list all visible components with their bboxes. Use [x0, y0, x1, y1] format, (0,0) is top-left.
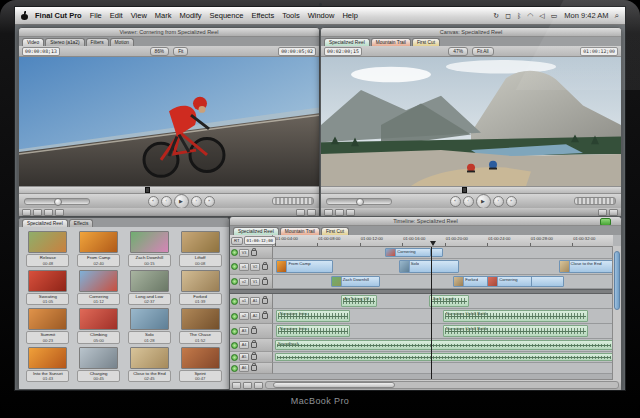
- sync-icon[interactable]: ↻: [493, 12, 499, 20]
- track-enable-toggle[interactable]: [231, 278, 238, 285]
- track-lock-icon[interactable]: [251, 342, 257, 348]
- track-lock-icon[interactable]: [251, 354, 257, 360]
- canvas-tab-first-cut[interactable]: First Cut: [412, 38, 440, 46]
- timeline-tab-first-cut[interactable]: First Cut: [321, 227, 349, 235]
- viewer-match-frame-button[interactable]: [44, 209, 53, 216]
- viewer-view-popup[interactable]: Fit: [173, 47, 188, 56]
- menu-mark[interactable]: Mark: [155, 11, 172, 20]
- track-lane-a3[interactable]: Narration: IntroNarration: Uphill Battle: [273, 324, 613, 339]
- timeline-video-clip[interactable]: From Camp: [276, 260, 332, 273]
- viewer-play-button[interactable]: ▶: [174, 194, 189, 209]
- canvas-tab-specialized-reel[interactable]: Specialized Reel: [324, 38, 370, 46]
- clip-thumbnail[interactable]: [130, 347, 169, 369]
- spotlight-icon[interactable]: ⌕: [615, 11, 619, 21]
- timeline-audio-clip[interactable]: Narration: Intro: [276, 310, 349, 322]
- menu-file[interactable]: File: [90, 11, 102, 20]
- canvas-insert-button[interactable]: [598, 209, 607, 216]
- apple-menu-icon[interactable]: [21, 12, 28, 20]
- menu-effects[interactable]: Effects: [251, 11, 274, 20]
- track-enable-toggle[interactable]: [231, 249, 238, 256]
- viewer-zoom-popup[interactable]: 86%: [150, 47, 170, 56]
- timeline-current-timecode[interactable]: 01:00:12;00: [244, 236, 277, 245]
- browser-clip-item[interactable]: The Chase01:52: [176, 308, 224, 344]
- timeline-video-clip[interactable]: Solo: [399, 260, 459, 273]
- browser-clip-item[interactable]: Summit00:23: [24, 308, 72, 344]
- viewer-tab-video[interactable]: Video: [22, 38, 44, 46]
- canvas-titlebar[interactable]: Canvas: Specialized Reel: [321, 28, 621, 37]
- timeline-audio-clip[interactable]: Narration: Intro: [276, 325, 349, 337]
- canvas-shuttle-control[interactable]: [326, 198, 392, 205]
- clip-thumbnail[interactable]: [181, 347, 220, 369]
- menu-modify[interactable]: Modify: [180, 11, 202, 20]
- viewer-shuttle-control[interactable]: [24, 198, 90, 205]
- track-label-v1[interactable]: V1: [250, 278, 260, 286]
- browser-clip-item[interactable]: Solo01:28: [126, 308, 174, 344]
- viewer-scrub-bar[interactable]: [19, 186, 319, 194]
- timeline-zoom-control[interactable]: [254, 382, 263, 389]
- timeline-vertical-scrollbar[interactable]: [612, 246, 621, 380]
- track-enable-toggle[interactable]: [231, 354, 238, 361]
- timeline-audio-clip[interactable]: [275, 353, 613, 361]
- track-label-v3[interactable]: V3: [239, 249, 249, 257]
- timeline-video-clip[interactable]: Cornering: [385, 248, 431, 257]
- viewer-previous-edit-button[interactable]: «: [148, 196, 159, 207]
- track-lane-a5[interactable]: [273, 352, 613, 363]
- timeline-audio-clip[interactable]: Air Taking Off: [341, 295, 377, 307]
- clip-thumbnail[interactable]: [28, 231, 67, 253]
- track-enable-toggle[interactable]: [231, 328, 238, 335]
- rt-popup[interactable]: RT: [231, 237, 243, 245]
- track-enable-toggle[interactable]: [231, 263, 238, 270]
- clip-thumbnail[interactable]: [130, 308, 169, 330]
- clip-thumbnail[interactable]: [79, 231, 118, 253]
- track-enable-toggle[interactable]: [231, 298, 238, 305]
- menu-window[interactable]: Window: [308, 11, 335, 20]
- clip-thumbnail[interactable]: [79, 308, 118, 330]
- browser-clip-item[interactable]: Liftoff00:08: [176, 231, 224, 267]
- timeline-video-clip[interactable]: Zach Downhill: [331, 276, 381, 287]
- viewer-tab-stereo-a1a2-[interactable]: Stereo (a1a2): [45, 38, 84, 46]
- canvas-match-frame-button[interactable]: [346, 209, 355, 216]
- browser-clip-item[interactable]: Into the Sunset01:43: [24, 347, 72, 383]
- timeline-tab-specialized-reel[interactable]: Specialized Reel: [233, 227, 279, 235]
- viewer-play-in-to-out-button[interactable]: ‹: [161, 196, 172, 207]
- track-lock-icon[interactable]: [262, 298, 268, 304]
- track-lane-a4[interactable]: Soundtrack: [273, 339, 613, 352]
- canvas-keyframe-button[interactable]: [335, 209, 344, 216]
- track-lock-icon[interactable]: [262, 264, 268, 270]
- menu-edit[interactable]: Edit: [110, 11, 123, 20]
- track-lane-v1[interactable]: Zach DownhillForkedCornering: [273, 275, 613, 289]
- ichat-icon[interactable]: ◻: [505, 12, 511, 20]
- timeline-ruler[interactable]: RT 01:00:12;00 01:00:04:0001:00:08:0001:…: [230, 235, 613, 247]
- browser-tab-effects[interactable]: Effects: [69, 219, 94, 227]
- browser-tab-specialized-reel[interactable]: Specialized Reel: [22, 219, 68, 227]
- browser-clip-item[interactable]: Climbing05:00: [75, 308, 123, 344]
- source-patch-v1[interactable]: v1: [239, 263, 249, 271]
- clip-thumbnail[interactable]: [130, 270, 169, 292]
- clip-thumbnail[interactable]: [130, 231, 169, 253]
- timeline-horizontal-scrollbar[interactable]: [265, 381, 619, 389]
- browser-clip-item[interactable]: Release00:48: [24, 231, 72, 267]
- track-lock-icon[interactable]: [262, 313, 268, 319]
- browser-clip-item[interactable]: Long and Low02:37: [126, 270, 174, 306]
- clip-thumbnail[interactable]: [28, 347, 67, 369]
- browser-clip-item[interactable]: Charging00:45: [75, 347, 123, 383]
- viewer-play-around-button[interactable]: ›: [191, 196, 202, 207]
- canvas-jog-control[interactable]: [574, 197, 616, 205]
- canvas-tab-mountain-trail[interactable]: Mountain Trail: [371, 38, 411, 46]
- track-lane-a6[interactable]: [273, 363, 613, 374]
- canvas-overwrite-button[interactable]: [609, 209, 618, 216]
- canvas-play-around-button[interactable]: ›: [493, 196, 504, 207]
- clip-thumbnail[interactable]: [181, 231, 220, 253]
- track-lane-a1[interactable]: Air Taking OffZach Laugh: [273, 294, 613, 309]
- timeline-video-clip[interactable]: [531, 276, 564, 287]
- timeline-titlebar[interactable]: Timeline: Specialized Reel: [230, 217, 621, 226]
- ruler-playhead[interactable]: [430, 241, 436, 246]
- timeline-audio-clip[interactable]: Soundtrack: [275, 340, 613, 350]
- source-patch-a2[interactable]: a2: [239, 312, 249, 320]
- track-lane-v3[interactable]: Cornering: [273, 247, 613, 259]
- menu-sequence[interactable]: Sequence: [210, 11, 244, 20]
- canvas-duration-field[interactable]: 00:02:00;15: [324, 47, 362, 56]
- app-menu[interactable]: Final Cut Pro: [35, 11, 82, 20]
- viewer-current-timecode-field[interactable]: 00:00:05;02: [278, 47, 316, 56]
- viewer-mark-clip-button[interactable]: [55, 209, 64, 216]
